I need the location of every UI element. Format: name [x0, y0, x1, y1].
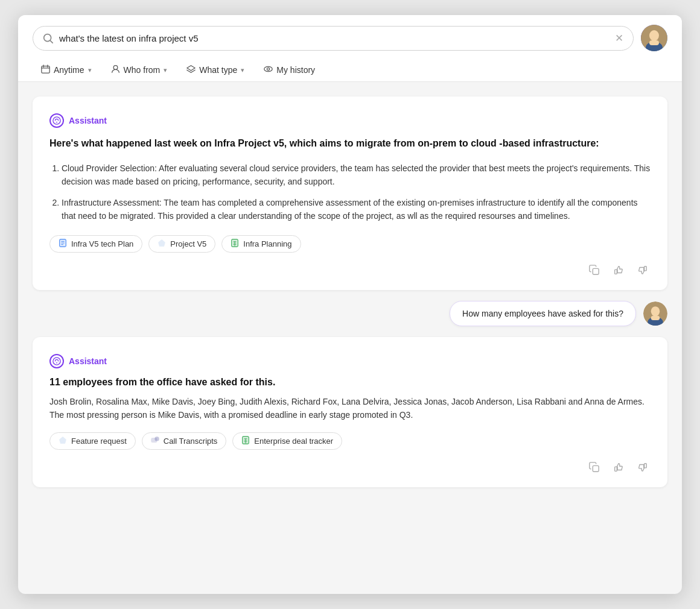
- filter-who-from[interactable]: Who from ▾: [103, 60, 176, 81]
- search-row: ✕: [33, 25, 667, 51]
- svg-rect-47: [644, 464, 647, 468]
- thumbdown-button-1[interactable]: [635, 262, 651, 278]
- svg-rect-6: [42, 66, 49, 74]
- assistant-icon-1: [49, 113, 64, 128]
- assistant-card-1: Assistant Here's what happened last week…: [33, 96, 667, 290]
- svg-rect-38: [155, 437, 159, 441]
- calendar-icon: [41, 65, 50, 75]
- svg-point-3: [649, 30, 659, 41]
- tag-call-transcripts[interactable]: Call Transcripts: [142, 432, 227, 450]
- card-body-text-2: Josh Brolin, Rosalina Max, Mike Davis, J…: [49, 395, 651, 422]
- svg-point-11: [264, 66, 272, 71]
- svg-marker-36: [60, 437, 66, 444]
- tag-infra-planning[interactable]: Infra Planning: [221, 235, 301, 253]
- person-icon: [111, 65, 120, 75]
- assistant-name-2: Assistant: [69, 356, 107, 366]
- user-avatar: [643, 301, 667, 326]
- tag-label-project-v5: Project V5: [170, 239, 206, 248]
- assistant-icon-2: [49, 354, 64, 368]
- svg-point-31: [651, 306, 660, 316]
- action-row-1: [49, 262, 651, 278]
- svg-line-1: [50, 40, 52, 43]
- notion-icon: [158, 239, 166, 249]
- list-item-2: Infrastructure Assessment: The team has …: [62, 196, 651, 223]
- svg-point-35: [56, 362, 57, 363]
- content-area: Assistant Here's what happened last week…: [18, 82, 682, 594]
- tag-infra-v5[interactable]: Infra V5 tech Plan: [49, 235, 142, 253]
- search-box: ✕: [33, 26, 634, 51]
- tag-label-infra-planning: Infra Planning: [243, 239, 291, 248]
- copy-button-1[interactable]: [587, 262, 602, 278]
- what-type-label: What type: [199, 65, 237, 75]
- search-icon: [43, 33, 53, 43]
- svg-point-34: [53, 357, 60, 364]
- assistant-card-2: Assistant 11 employees from the office h…: [33, 337, 667, 488]
- user-message-row: How many employees have asked for this?: [33, 301, 667, 326]
- tag-label-call-transcripts: Call Transcripts: [164, 437, 218, 446]
- chevron-down-icon: ▾: [241, 66, 244, 74]
- svg-point-10: [113, 66, 118, 70]
- my-history-label: My history: [276, 65, 315, 75]
- eye-icon: [264, 65, 273, 75]
- card-list-1: Cloud Provider Selection: After evaluati…: [62, 162, 651, 223]
- list-item-1: Cloud Provider Selection: After evaluati…: [62, 162, 651, 189]
- chevron-down-icon: ▾: [164, 66, 167, 74]
- user-message-text: How many employees have asked for this?: [462, 309, 623, 318]
- user-bubble: How many employees have asked for this?: [450, 301, 636, 326]
- filter-anytime[interactable]: Anytime ▾: [33, 60, 100, 81]
- filter-row: Anytime ▾ Who from ▾ What type ▾: [33, 60, 667, 81]
- svg-point-13: [53, 117, 60, 124]
- copy-button-2[interactable]: [587, 459, 602, 475]
- sheets-icon: [231, 239, 239, 249]
- svg-rect-29: [644, 266, 647, 270]
- tag-label-feature-request: Feature request: [71, 437, 127, 446]
- tag-enterprise-deal-tracker[interactable]: Enterprise deal tracker: [232, 432, 342, 450]
- top-bar: ✕ Anytime ▾: [18, 15, 682, 82]
- svg-marker-20: [159, 239, 165, 246]
- filter-what-type[interactable]: What type ▾: [178, 60, 253, 81]
- svg-rect-45: [593, 466, 599, 472]
- tag-row-2: Feature request Call Transcripts Enterpr…: [49, 432, 651, 450]
- assistant-label-1: Assistant: [49, 113, 651, 128]
- svg-point-14: [56, 122, 57, 123]
- tag-label-infra-v5: Infra V5 tech Plan: [71, 239, 133, 248]
- teams-icon: [151, 436, 159, 446]
- assistant-name-1: Assistant: [69, 116, 107, 125]
- search-input[interactable]: [59, 33, 609, 43]
- doc-icon: [59, 239, 67, 249]
- tag-project-v5[interactable]: Project V5: [148, 235, 215, 253]
- notion-icon-2: [59, 436, 67, 446]
- chevron-down-icon: ▾: [88, 66, 92, 74]
- assistant-label-2: Assistant: [49, 354, 651, 368]
- svg-rect-33: [651, 315, 660, 320]
- thumbup-button-2[interactable]: [611, 459, 626, 475]
- clear-icon[interactable]: ✕: [615, 32, 623, 45]
- app-window: ✕ Anytime ▾: [18, 15, 682, 594]
- sheets-icon-2: [241, 436, 250, 446]
- card-headline-1: Here's what happened last week on Infra …: [49, 136, 651, 151]
- tag-feature-request[interactable]: Feature request: [49, 432, 136, 450]
- tag-row-1: Infra V5 tech Plan Project V5 Infra Plan…: [49, 235, 651, 253]
- svg-point-12: [267, 68, 270, 70]
- thumbdown-button-2[interactable]: [635, 459, 651, 475]
- svg-rect-5: [649, 40, 659, 45]
- svg-rect-28: [615, 270, 617, 274]
- filter-my-history[interactable]: My history: [255, 60, 323, 81]
- svg-rect-27: [593, 268, 599, 274]
- who-from-label: Who from: [124, 65, 161, 75]
- action-row-2: [49, 459, 651, 475]
- card-headline-2: 11 employees from the office have asked …: [49, 377, 651, 388]
- tag-label-enterprise-deal-tracker: Enterprise deal tracker: [254, 437, 333, 446]
- avatar: [641, 25, 667, 51]
- anytime-label: Anytime: [54, 65, 84, 75]
- layers-icon: [186, 65, 196, 75]
- thumbup-button-1[interactable]: [611, 262, 626, 278]
- svg-rect-46: [615, 467, 617, 471]
